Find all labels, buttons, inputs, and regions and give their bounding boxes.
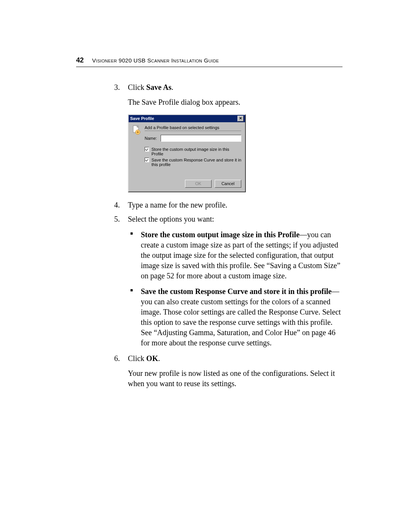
step-3: 3. Click Save As. The Save Profile dialo… [114, 82, 342, 192]
step-6: 6. Click OK. Your new profile is now lis… [114, 353, 342, 389]
checkbox-store-size-label: Store the custom output image size in th… [151, 147, 241, 156]
step-text: Select the options you want: [128, 215, 214, 223]
step-4: 4. Type a name for the new profile. [114, 200, 342, 210]
page-number: 42 [76, 56, 84, 64]
step-number: 5. [114, 214, 120, 224]
step-5: 5. Select the options you want: Store th… [114, 214, 342, 348]
bullet-store-size: Store the custom output image size in th… [128, 230, 342, 281]
dialog-title: Save Profile [130, 116, 154, 121]
page-header: 42 Visioneer 9020 USB Scanner Installati… [76, 56, 342, 67]
step-number: 6. [114, 353, 120, 364]
bullet-save-curve: Save the custom Response Curve and store… [128, 286, 342, 348]
step-number: 3. [114, 82, 120, 93]
dialog-body: Add a Profile based on selected settings… [129, 122, 245, 192]
page-content: 3. Click Save As. The Save Profile dialo… [114, 82, 342, 389]
cancel-button[interactable]: Cancel [215, 180, 241, 188]
ok-button[interactable]: OK [185, 180, 212, 188]
checkbox-save-curve[interactable] [145, 158, 149, 162]
step-text: Click Save As. [128, 83, 173, 91]
name-input[interactable] [161, 135, 241, 142]
profile-icon [132, 125, 141, 135]
checkbox-save-curve-label: Save the custom Response Curve and store… [151, 158, 241, 167]
checkbox-store-size[interactable] [145, 147, 149, 152]
close-icon[interactable]: ✕ [237, 116, 244, 121]
step-number: 4. [114, 200, 120, 210]
name-label: Name: [145, 136, 157, 141]
document-page: 42 Visioneer 9020 USB Scanner Installati… [0, 0, 411, 532]
dialog-titlebar: Save Profile ✕ [129, 115, 245, 122]
step-subtext: Your new profile is now listed as one of… [128, 368, 342, 389]
step-text: Click OK. [128, 354, 160, 363]
step-text: Type a name for the new profile. [128, 201, 227, 209]
svg-rect-4 [137, 132, 139, 133]
save-profile-dialog: Save Profile ✕ [128, 114, 246, 192]
step-subtext: The Save Profile dialog box appears. [128, 97, 342, 107]
dialog-heading: Add a Profile based on selected settings [145, 125, 241, 131]
header-title: Visioneer 9020 USB Scanner Installation … [92, 57, 219, 64]
